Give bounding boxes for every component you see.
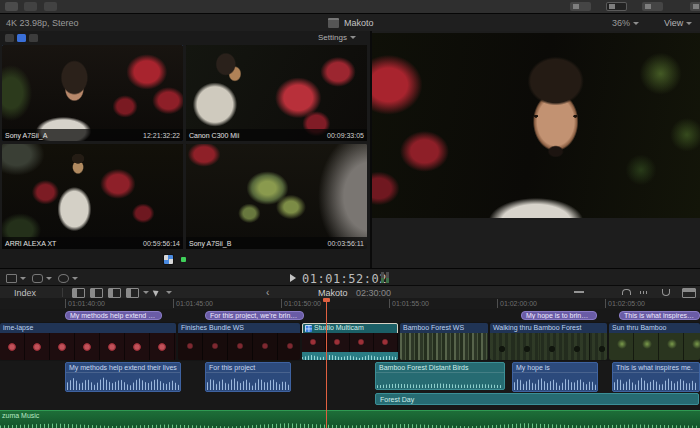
- snapping-icon[interactable]: [662, 289, 670, 296]
- angle-video-thumbnail: [186, 144, 367, 249]
- transport-bar: 01:01:52:02: [0, 268, 700, 286]
- ruler-tick: 01:01:50:00: [281, 299, 321, 308]
- multicam-grid-icon[interactable]: [164, 255, 173, 264]
- angle-timecode: 12:21:32:22: [143, 132, 180, 139]
- angle-cell-sony-a7sii-a[interactable]: Sony A7Sii_A 12:21:32:22: [2, 45, 183, 141]
- waveform: [377, 381, 503, 388]
- audio-clip[interactable]: Forest Day: [375, 393, 699, 405]
- title-clip[interactable]: This is what inspires me...: [619, 311, 700, 320]
- keywords-icon[interactable]: [24, 2, 37, 11]
- view-menu-button[interactable]: View: [664, 18, 692, 28]
- browser-toggle-icon[interactable]: [570, 2, 591, 11]
- overwrite-edit-icon[interactable]: [126, 288, 139, 298]
- background-tasks-icon[interactable]: [44, 2, 57, 11]
- format-info: 4K 23.98p, Stereo: [6, 18, 79, 28]
- video-clip[interactable]: Walking thru Bamboo Forest: [490, 323, 607, 360]
- effects-browser-icon[interactable]: [682, 288, 696, 298]
- clip-name: Walking thru Bamboo Forest: [490, 323, 607, 333]
- audio-clip[interactable]: Bamboo Forest Distant Birds: [375, 362, 505, 390]
- angle-name: Sony A7Sii_A: [5, 132, 47, 139]
- timeline-back-button[interactable]: ‹: [266, 287, 269, 298]
- effects-dropdown[interactable]: [32, 274, 52, 283]
- angle-cell-arri-alexa[interactable]: ARRI ALEXA XT 00:59:56:14: [2, 144, 183, 249]
- video-clip[interactable]: Bamboo Forest WS: [400, 323, 488, 360]
- append-edit-icon[interactable]: [108, 288, 121, 298]
- insert-edit-icon[interactable]: [90, 288, 103, 298]
- title-clip[interactable]: For this project, we're bringing nature.…: [205, 311, 304, 320]
- chevron-down-icon[interactable]: [166, 291, 172, 294]
- angle-timecode: 00:09:33:05: [327, 132, 364, 139]
- title-clip[interactable]: My hope is to bring us close...: [521, 311, 597, 320]
- video-clip[interactable]: Finishes Bundle WS: [178, 323, 300, 360]
- inspector-toggle-icon[interactable]: [642, 2, 663, 11]
- timeline-project-name: Makoto: [318, 288, 348, 298]
- angle-cell-canon-c300[interactable]: Canon C300 Mii 00:09:33:05: [186, 45, 367, 141]
- ruler-tick: 01:01:40:00: [65, 299, 105, 308]
- angle-label: Canon C300 Mii 00:09:33:05: [186, 129, 367, 141]
- retime-dropdown[interactable]: [58, 274, 78, 283]
- zoom-level-dropdown[interactable]: 36%: [612, 18, 639, 28]
- ruler-tick: 01:02:05:00: [605, 299, 645, 308]
- audio-meter-right[interactable]: [386, 272, 389, 283]
- multicam-clip[interactable]: Studio Multicam: [302, 323, 398, 360]
- solo-icon[interactable]: [622, 289, 631, 295]
- angle-label: Sony A7Sii_A 12:21:32:22: [2, 129, 183, 141]
- waveform: [514, 374, 596, 390]
- timecode-display[interactable]: 01:01:52:02: [302, 272, 387, 286]
- divider: [62, 288, 63, 297]
- angle-name: Sony A7Sii_B: [189, 240, 231, 247]
- angle-video-thumbnail: [186, 45, 367, 141]
- multicam-badge-icon: [305, 325, 312, 332]
- settings-dropdown[interactable]: Settings: [318, 33, 356, 42]
- chevron-down-icon: [72, 277, 78, 280]
- index-button[interactable]: Index: [14, 288, 36, 298]
- window-toolbar: [0, 0, 700, 14]
- angle-label: ARRI ALEXA XT 00:59:56:14: [2, 237, 183, 249]
- angle-video-thumbnail: [2, 45, 183, 141]
- ruler-tick: 01:02:00:00: [497, 299, 537, 308]
- video-clip[interactable]: ime-lapse: [0, 323, 176, 360]
- extra-panel-toggle-icon[interactable]: [690, 2, 700, 11]
- title-clip[interactable]: My methods help extend their lives...: [65, 311, 162, 320]
- video-clip[interactable]: Sun thru Bamboo: [609, 323, 700, 360]
- audio-clip[interactable]: My methods help extend their lives: [65, 362, 181, 392]
- crop-dropdown[interactable]: [6, 274, 26, 283]
- ruler-tick: 01:01:55:00: [389, 299, 429, 308]
- clip-filmstrip: [400, 333, 488, 360]
- angle-video-thumbnail: [2, 144, 183, 249]
- audio-only-switch-icon[interactable]: [29, 34, 38, 42]
- angle-viewer: Settings Sony A7Sii_A 12:21:32:22 Canon …: [0, 31, 370, 268]
- main-viewer: [372, 31, 700, 268]
- record-indicator: [181, 257, 186, 262]
- play-button[interactable]: [290, 274, 296, 282]
- viewer-video[interactable]: [372, 33, 700, 218]
- clip-filmstrip: [0, 333, 176, 360]
- audio-meter-left[interactable]: [381, 272, 384, 283]
- chevron-down-icon: [20, 277, 26, 280]
- connect-edit-icon[interactable]: [72, 288, 85, 298]
- chevron-down-icon[interactable]: [143, 291, 149, 294]
- video-audio-switch-icon[interactable]: [5, 34, 14, 42]
- clip-name: Bamboo Forest WS: [400, 323, 488, 333]
- video-only-switch-icon[interactable]: [17, 34, 26, 42]
- clip-filmstrip: [178, 333, 300, 360]
- clip-filmstrip: [490, 333, 607, 360]
- timeline-toggle-icon[interactable]: [606, 2, 627, 11]
- skimming-icon[interactable]: [574, 291, 584, 293]
- audio-clip[interactable]: This is what inspires me.: [612, 362, 700, 392]
- angle-timecode: 00:59:56:14: [143, 240, 180, 247]
- arrow-tool-icon[interactable]: [153, 288, 160, 296]
- viewer-header: 4K 23.98p, Stereo Makoto 36% View: [0, 14, 700, 32]
- import-icon[interactable]: [5, 2, 18, 11]
- waveform: [0, 420, 700, 428]
- angle-cell-sony-a7sii-b[interactable]: Sony A7Sii_B 00:03:56:11: [186, 144, 367, 249]
- clip-filmstrip: [302, 333, 398, 352]
- audio-clip[interactable]: My hope is: [512, 362, 598, 392]
- clip-name: Studio Multicam: [302, 323, 398, 333]
- angle-name: ARRI ALEXA XT: [5, 240, 56, 247]
- music-clip[interactable]: zuma Music: [0, 410, 700, 428]
- timeline-duration: 02:30:00: [356, 288, 391, 298]
- playhead[interactable]: [326, 298, 327, 428]
- audio-skimming-icon[interactable]: [640, 291, 649, 294]
- audio-clip[interactable]: For this project: [205, 362, 291, 392]
